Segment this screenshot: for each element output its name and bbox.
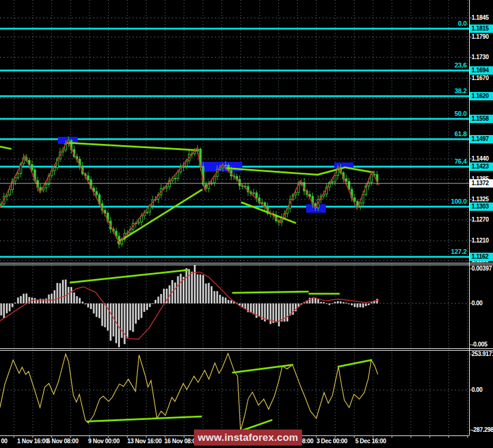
macd-panel: [0, 265, 379, 348]
oscillator-axis-label: 253.9171: [472, 351, 493, 358]
price-tick-label: 1.1440: [472, 155, 489, 162]
oscillator-panel: [0, 354, 378, 431]
chart-window: 1.18451.17901.17301.16701.16101.15501.14…: [0, 0, 493, 448]
fib-percent-label: 23,6: [454, 62, 467, 69]
macd-axis-label: -0.005: [472, 341, 488, 348]
oscillator-axis-label: -287.298: [472, 426, 493, 434]
fib-percent-label: 0.0: [458, 20, 467, 27]
fib-price-tag: 1.1815: [470, 24, 493, 33]
fib-percent-label: 100.0: [451, 198, 467, 205]
candlesticks: [1, 136, 378, 248]
fib-percent-label: 127.2: [451, 248, 467, 255]
fib-price-tag: 1.1694: [470, 66, 493, 75]
fib-percent-label: 38.2: [454, 87, 467, 94]
fib-price-tag: 1.1497: [470, 135, 493, 143]
price-tick-label: 1.1270: [472, 216, 489, 223]
price-tick-label: 1.1790: [472, 33, 489, 41]
fib-price-tag: 1.1303: [470, 202, 493, 211]
current-price-tag: 1.1372: [470, 179, 493, 188]
time-axis-label: 1 Nov 16:00: [17, 438, 48, 444]
fib-price-tag: 1.1558: [470, 115, 493, 123]
watermark-text: www.instaforex.com: [198, 432, 298, 444]
grid-lines: [0, 0, 469, 435]
panel-frame: [0, 0, 493, 438]
fib-price-tag: 1.1620: [470, 92, 493, 100]
price-tick-label: 1.1845: [472, 14, 489, 22]
macd-axis-label: 0.00397: [472, 265, 492, 272]
price-tick-label: 1.1210: [472, 237, 489, 244]
fib-price-tag: 1.1162: [470, 253, 493, 261]
fib-price-tag: 1.1423: [470, 162, 493, 171]
time-axis-label: 00: [1, 438, 8, 444]
fib-percent-label: 61.8: [454, 130, 467, 137]
price-tick-label: 1.1670: [472, 75, 489, 82]
watermark: www.instaforex.com: [194, 429, 302, 446]
price-tick-label: 1.1730: [472, 54, 489, 61]
time-axis-label: 5 Dec 16:00: [355, 438, 386, 444]
fib-percent-label: 76,4: [454, 158, 467, 165]
time-axis-label: 3 Dec 00:00: [316, 438, 347, 444]
fib-percent-label: 50.0: [454, 110, 467, 117]
time-axis-label: 13 Nov 16:00: [127, 438, 162, 444]
chart-canvas[interactable]: [0, 0, 493, 448]
time-axis-label: 6 Nov 08:00: [47, 438, 78, 444]
time-axis-label: 9 Nov 00:00: [88, 438, 119, 444]
oscillator-axis-label: 0.00: [472, 386, 482, 394]
macd-axis-label: 0.00: [472, 300, 482, 307]
